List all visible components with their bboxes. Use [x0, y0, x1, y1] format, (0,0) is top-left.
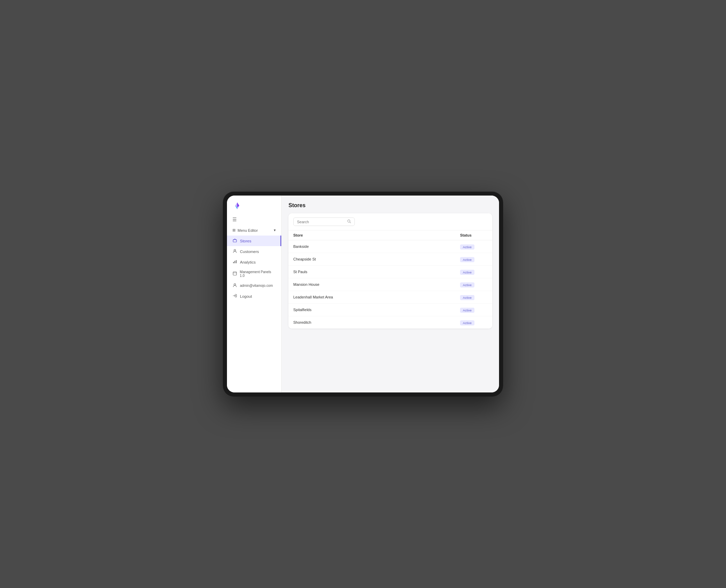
status-badge: Active — [460, 244, 474, 250]
page-title: Stores — [288, 202, 492, 209]
table-row[interactable]: St Pauls Active — [288, 266, 492, 278]
store-name: Mansion House — [293, 282, 460, 286]
status-badge: Active — [460, 257, 474, 262]
sidebar-nav: Stores Customers — [227, 236, 281, 302]
svg-rect-2 — [233, 262, 234, 263]
store-status: Active — [460, 319, 487, 325]
sidebar-item-logout[interactable]: Logout — [227, 291, 281, 302]
hamburger-icon[interactable]: ☰ — [227, 215, 281, 226]
search-bar — [293, 217, 355, 226]
table-row[interactable]: Spitalfields Active — [288, 304, 492, 316]
admin-icon — [232, 283, 237, 288]
store-status: Active — [460, 269, 487, 275]
table-row[interactable]: Shoreditch Active — [288, 316, 492, 329]
stores-label: Stores — [240, 239, 251, 243]
store-name: Bankside — [293, 244, 460, 249]
menu-editor-icon: ⊞ — [232, 228, 236, 232]
store-name: St Pauls — [293, 270, 460, 274]
management-label: Management Panels 1.0 — [240, 270, 276, 278]
chevron-down-icon: ▾ — [274, 228, 276, 232]
menu-editor-item[interactable]: ⊞ Menu Editor ▾ — [227, 226, 281, 235]
menu-editor-label: Menu Editor — [238, 228, 258, 232]
stores-card: Store Status Bankside Active Cheapside S… — [288, 213, 492, 329]
admin-label: admin@vitamojo.com — [240, 284, 273, 288]
table-row[interactable]: Leadenhall Market Area Active — [288, 291, 492, 304]
store-name: Leadenhall Market Area — [293, 295, 460, 299]
stores-icon — [232, 238, 237, 243]
search-bar-container — [288, 213, 492, 230]
table-header: Store Status — [288, 230, 492, 240]
sidebar-item-management[interactable]: Management Panels 1.0 — [227, 267, 281, 280]
search-input[interactable] — [297, 220, 345, 224]
svg-rect-3 — [234, 261, 235, 263]
logout-icon — [232, 294, 237, 299]
analytics-label: Analytics — [240, 260, 256, 264]
svg-line-9 — [350, 222, 351, 223]
sidebar-item-stores[interactable]: Stores — [227, 236, 281, 246]
store-status: Active — [460, 256, 487, 262]
status-badge: Active — [460, 320, 474, 325]
status-badge: Active — [460, 308, 474, 313]
store-name: Shoreditch — [293, 320, 460, 324]
svg-point-7 — [234, 284, 236, 285]
status-badge: Active — [460, 282, 474, 288]
main-content: Stores Sto — [282, 196, 499, 392]
sidebar: ☰ ⊞ Menu Editor ▾ Stores — [227, 196, 282, 392]
table-row[interactable]: Bankside Active — [288, 240, 492, 253]
search-button[interactable] — [347, 219, 351, 224]
app-logo — [232, 201, 242, 211]
table-row[interactable]: Mansion House Active — [288, 278, 492, 291]
customers-icon — [232, 249, 237, 254]
col-header-store: Store — [293, 233, 460, 237]
device-screen: ☰ ⊞ Menu Editor ▾ Stores — [227, 196, 499, 392]
svg-point-1 — [234, 250, 236, 251]
device-frame: ☰ ⊞ Menu Editor ▾ Stores — [223, 191, 503, 397]
svg-point-8 — [348, 220, 350, 222]
svg-rect-4 — [236, 260, 237, 263]
table-body: Bankside Active Cheapside St Active St P… — [288, 240, 492, 329]
customers-label: Customers — [240, 250, 259, 254]
store-status: Active — [460, 294, 487, 300]
status-badge: Active — [460, 270, 474, 275]
col-header-status: Status — [460, 233, 487, 237]
store-name: Cheapside St — [293, 257, 460, 261]
sidebar-item-customers[interactable]: Customers — [227, 246, 281, 257]
store-status: Active — [460, 281, 487, 288]
sidebar-item-admin[interactable]: admin@vitamojo.com — [227, 280, 281, 291]
svg-rect-5 — [233, 272, 237, 275]
sidebar-item-analytics[interactable]: Analytics — [227, 257, 281, 267]
status-badge: Active — [460, 295, 474, 300]
table-row[interactable]: Cheapside St Active — [288, 253, 492, 266]
management-icon — [232, 271, 237, 277]
logo-area — [227, 196, 281, 215]
store-status: Active — [460, 243, 487, 250]
store-name: Spitalfields — [293, 308, 460, 312]
logout-label: Logout — [240, 294, 252, 298]
analytics-icon — [232, 259, 237, 265]
store-status: Active — [460, 307, 487, 313]
svg-rect-0 — [233, 240, 237, 242]
